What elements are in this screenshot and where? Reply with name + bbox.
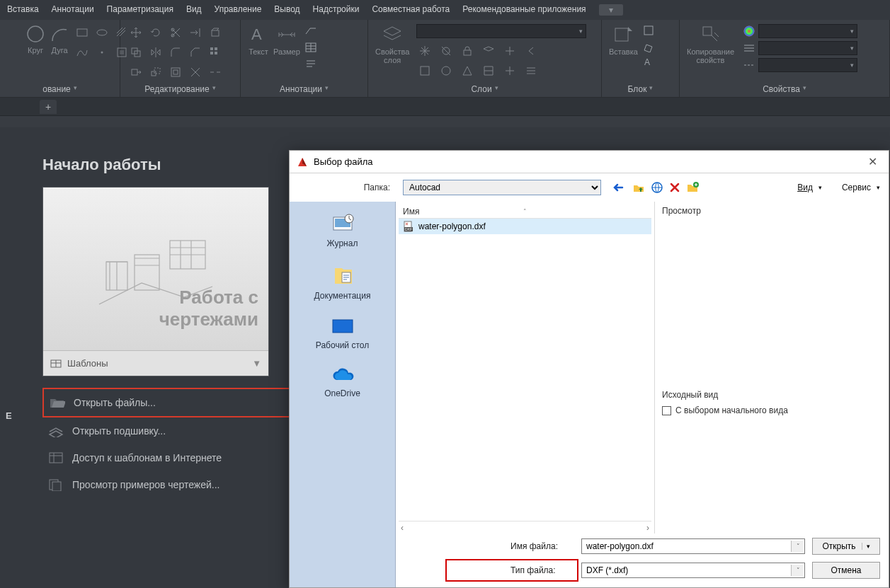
panel-block-title[interactable]: Блок — [609, 81, 672, 94]
close-button[interactable]: ✕ — [864, 154, 882, 170]
panel-layers-title[interactable]: Слои — [375, 81, 594, 94]
menu-output[interactable]: Вывод — [274, 4, 299, 16]
tool-unknown[interactable] — [7, 24, 21, 52]
color-wheel-icon[interactable] — [743, 25, 755, 38]
extend-icon[interactable] — [187, 24, 204, 41]
menu-manage[interactable]: Управление — [215, 4, 262, 16]
panel-annot-title[interactable]: Аннотации — [248, 81, 360, 94]
origin-view-chk-label: С выбором начального вида — [675, 405, 788, 415]
panel-draw-title[interactable]: ование — [7, 81, 113, 94]
linetype-icon[interactable] — [743, 59, 755, 71]
lineweight-dropdown[interactable] — [758, 41, 857, 55]
linetype-dropdown[interactable] — [758, 58, 857, 72]
document-tabs: + — [0, 98, 890, 116]
copy-icon[interactable] — [127, 44, 144, 61]
layer-tool-a-icon[interactable] — [416, 62, 433, 79]
layer-match-icon[interactable] — [501, 42, 518, 59]
layer-iso-icon[interactable] — [480, 42, 497, 59]
menu-featured[interactable]: Рекомендованные приложения — [462, 4, 586, 16]
menu-collab[interactable]: Совместная работа — [372, 4, 450, 16]
tool-circle[interactable]: Круг — [25, 24, 45, 54]
stretch-icon[interactable] — [127, 64, 144, 81]
block-create-icon[interactable] — [642, 24, 655, 37]
array-icon[interactable] — [207, 44, 224, 61]
mtext-icon[interactable] — [304, 58, 317, 71]
filename-input[interactable]: water-polygon.dxf ˅ — [581, 538, 805, 554]
chevron-down-icon: ▼ — [252, 358, 261, 369]
point-icon[interactable] — [93, 44, 110, 61]
panel-edit: Редактирование — [120, 20, 241, 97]
layer-tool-e-icon[interactable] — [501, 62, 518, 79]
rotate-icon[interactable] — [147, 24, 164, 41]
rect-icon[interactable] — [74, 24, 91, 41]
panel-props-title[interactable]: Свойства — [687, 81, 882, 94]
new-folder-icon[interactable] — [686, 181, 699, 194]
break-icon[interactable] — [207, 64, 224, 81]
file-item[interactable]: DXF water-polygon.dxf — [399, 219, 651, 234]
layer-off-icon[interactable] — [438, 42, 455, 59]
web-icon[interactable] — [651, 181, 663, 194]
move-icon[interactable] — [127, 24, 144, 41]
chamfer-icon[interactable] — [187, 44, 204, 61]
svg-rect-12 — [215, 47, 217, 50]
open-button[interactable]: Открыть — [812, 538, 880, 555]
layer-tool-c-icon[interactable] — [459, 62, 476, 79]
table-icon[interactable] — [304, 41, 317, 54]
tool-insert[interactable]: Вставка — [609, 24, 638, 56]
origin-view-checkbox[interactable]: С выбором начального вида — [662, 405, 882, 415]
horizontal-scrollbar[interactable]: ‹› — [399, 521, 651, 534]
scale-icon[interactable] — [147, 64, 164, 81]
explode-icon[interactable] — [187, 64, 204, 81]
ellipse-icon[interactable] — [93, 24, 110, 41]
layer-lock-icon[interactable] — [459, 42, 476, 59]
lineweight-icon[interactable] — [743, 42, 755, 54]
new-tab-button[interactable]: + — [40, 100, 57, 114]
place-docs[interactable]: Документация — [290, 258, 395, 308]
place-onedrive[interactable]: OneDrive — [290, 360, 395, 405]
back-icon[interactable] — [612, 181, 627, 194]
tools-menu[interactable]: Сервис — [842, 183, 880, 192]
erase-icon[interactable] — [207, 24, 224, 41]
up-folder-icon[interactable] — [632, 181, 645, 194]
column-header-name[interactable]: Имя ˄ — [399, 204, 651, 219]
tool-arc[interactable]: Дуга — [50, 24, 69, 54]
folder-dropdown[interactable]: Autocad — [403, 180, 601, 195]
start-card[interactable]: Работа счертежами Шаблоны ▼ — [42, 187, 269, 376]
color-dropdown[interactable] — [758, 24, 857, 38]
templates-dropdown[interactable]: Шаблоны ▼ — [43, 350, 268, 376]
menu-insert[interactable]: Вставка — [7, 4, 39, 16]
journal-icon — [331, 213, 355, 234]
menu-addins[interactable]: Надстройки — [313, 4, 360, 16]
layer-props[interactable]: Свойства слоя — [375, 24, 409, 64]
panel-edit-title[interactable]: Редактирование — [127, 81, 233, 94]
fillet-icon[interactable] — [167, 44, 184, 61]
layer-tool-d-icon[interactable] — [480, 62, 497, 79]
trim-icon[interactable] — [167, 24, 184, 41]
layer-dropdown[interactable] — [416, 24, 586, 38]
leader-icon[interactable] — [304, 24, 317, 37]
layer-tool-f-icon[interactable] — [523, 62, 540, 79]
delete-icon[interactable] — [669, 182, 680, 193]
tool-text[interactable]: A Текст — [248, 24, 269, 56]
place-journal[interactable]: Журнал — [290, 206, 395, 255]
panel-layers: Свойства слоя — [368, 20, 602, 97]
menu-view[interactable]: Вид — [186, 4, 202, 16]
filetype-dropdown[interactable]: DXF (*.dxf) ˅ — [581, 563, 805, 578]
view-menu[interactable]: Вид — [797, 183, 822, 192]
menu-annotations[interactable]: Аннотации — [52, 4, 94, 16]
tool-dim[interactable]: Размер — [273, 24, 300, 56]
cancel-button[interactable]: Отмена — [812, 562, 880, 579]
block-edit-icon[interactable] — [642, 40, 655, 52]
templates-online-label: Доступ к шаблонам в Интернете — [72, 452, 222, 463]
mirror-icon[interactable] — [147, 44, 164, 61]
layer-prev-icon[interactable] — [523, 42, 540, 59]
layer-tool-b-icon[interactable] — [438, 62, 455, 79]
offset-icon[interactable] — [167, 64, 184, 81]
menu-parametrize[interactable]: Параметризация — [107, 4, 173, 16]
spline-icon[interactable] — [74, 44, 91, 61]
place-desktop[interactable]: Рабочий стол — [290, 311, 395, 357]
menu-blank-tab[interactable]: ▾ — [599, 4, 623, 16]
layer-freeze-icon[interactable] — [416, 42, 433, 59]
block-attr-icon[interactable]: A — [642, 55, 655, 68]
tool-matchprops[interactable]: Копирование свойств — [687, 24, 734, 64]
